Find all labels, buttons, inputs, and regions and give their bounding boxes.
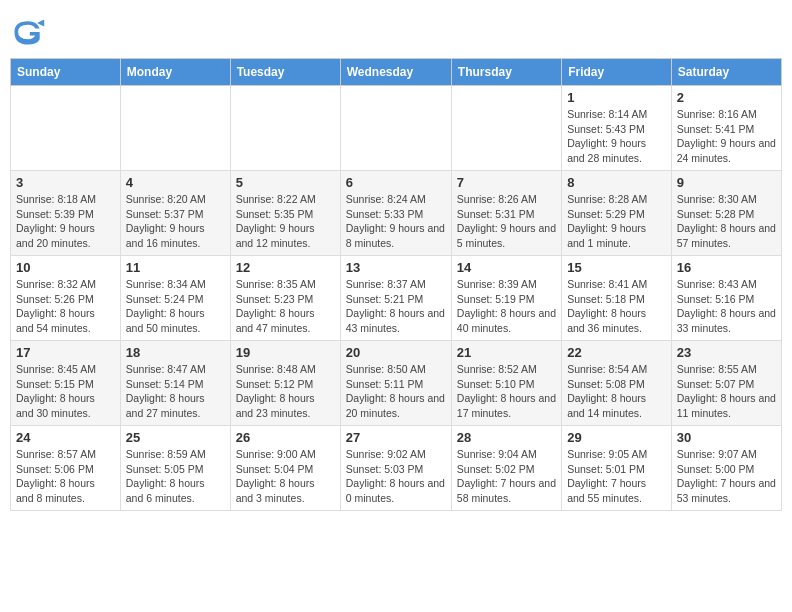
calendar-header-thursday: Thursday [451,59,561,86]
calendar-cell: 17Sunrise: 8:45 AMSunset: 5:15 PMDayligh… [11,341,121,426]
calendar-week-row: 24Sunrise: 8:57 AMSunset: 5:06 PMDayligh… [11,426,782,511]
calendar-cell: 8Sunrise: 8:28 AMSunset: 5:29 PMDaylight… [562,171,672,256]
day-number: 28 [457,430,556,445]
calendar-cell: 14Sunrise: 8:39 AMSunset: 5:19 PMDayligh… [451,256,561,341]
day-info: Sunrise: 8:59 AMSunset: 5:05 PMDaylight:… [126,447,225,506]
day-number: 20 [346,345,446,360]
calendar-cell: 11Sunrise: 8:34 AMSunset: 5:24 PMDayligh… [120,256,230,341]
day-number: 15 [567,260,666,275]
calendar-week-row: 3Sunrise: 8:18 AMSunset: 5:39 PMDaylight… [11,171,782,256]
calendar-cell: 21Sunrise: 8:52 AMSunset: 5:10 PMDayligh… [451,341,561,426]
day-number: 4 [126,175,225,190]
day-info: Sunrise: 8:14 AMSunset: 5:43 PMDaylight:… [567,107,666,166]
day-number: 3 [16,175,115,190]
day-number: 17 [16,345,115,360]
calendar-cell: 2Sunrise: 8:16 AMSunset: 5:41 PMDaylight… [671,86,781,171]
calendar-cell: 26Sunrise: 9:00 AMSunset: 5:04 PMDayligh… [230,426,340,511]
day-info: Sunrise: 8:55 AMSunset: 5:07 PMDaylight:… [677,362,776,421]
calendar-body: 1Sunrise: 8:14 AMSunset: 5:43 PMDaylight… [11,86,782,511]
calendar-cell: 24Sunrise: 8:57 AMSunset: 5:06 PMDayligh… [11,426,121,511]
calendar-cell: 22Sunrise: 8:54 AMSunset: 5:08 PMDayligh… [562,341,672,426]
day-info: Sunrise: 8:32 AMSunset: 5:26 PMDaylight:… [16,277,115,336]
day-info: Sunrise: 8:22 AMSunset: 5:35 PMDaylight:… [236,192,335,251]
calendar-cell [451,86,561,171]
day-info: Sunrise: 8:41 AMSunset: 5:18 PMDaylight:… [567,277,666,336]
calendar-header-row: SundayMondayTuesdayWednesdayThursdayFrid… [11,59,782,86]
calendar-cell [340,86,451,171]
day-info: Sunrise: 8:28 AMSunset: 5:29 PMDaylight:… [567,192,666,251]
calendar-cell: 15Sunrise: 8:41 AMSunset: 5:18 PMDayligh… [562,256,672,341]
calendar-header-friday: Friday [562,59,672,86]
calendar-cell: 28Sunrise: 9:04 AMSunset: 5:02 PMDayligh… [451,426,561,511]
day-number: 24 [16,430,115,445]
day-info: Sunrise: 8:50 AMSunset: 5:11 PMDaylight:… [346,362,446,421]
calendar-header-saturday: Saturday [671,59,781,86]
day-info: Sunrise: 9:00 AMSunset: 5:04 PMDaylight:… [236,447,335,506]
calendar-header-wednesday: Wednesday [340,59,451,86]
day-info: Sunrise: 8:24 AMSunset: 5:33 PMDaylight:… [346,192,446,251]
day-info: Sunrise: 8:18 AMSunset: 5:39 PMDaylight:… [16,192,115,251]
day-number: 13 [346,260,446,275]
day-number: 8 [567,175,666,190]
calendar-cell: 23Sunrise: 8:55 AMSunset: 5:07 PMDayligh… [671,341,781,426]
day-info: Sunrise: 8:48 AMSunset: 5:12 PMDaylight:… [236,362,335,421]
page-header [10,10,782,50]
day-number: 30 [677,430,776,445]
day-info: Sunrise: 8:16 AMSunset: 5:41 PMDaylight:… [677,107,776,166]
day-number: 26 [236,430,335,445]
calendar-cell: 6Sunrise: 8:24 AMSunset: 5:33 PMDaylight… [340,171,451,256]
day-number: 7 [457,175,556,190]
calendar-cell: 12Sunrise: 8:35 AMSunset: 5:23 PMDayligh… [230,256,340,341]
day-number: 25 [126,430,225,445]
calendar-week-row: 10Sunrise: 8:32 AMSunset: 5:26 PMDayligh… [11,256,782,341]
calendar-header-sunday: Sunday [11,59,121,86]
logo [10,14,50,50]
day-number: 2 [677,90,776,105]
calendar-header-monday: Monday [120,59,230,86]
calendar-cell: 9Sunrise: 8:30 AMSunset: 5:28 PMDaylight… [671,171,781,256]
logo-icon [10,14,46,50]
day-number: 18 [126,345,225,360]
day-info: Sunrise: 8:20 AMSunset: 5:37 PMDaylight:… [126,192,225,251]
calendar-cell: 19Sunrise: 8:48 AMSunset: 5:12 PMDayligh… [230,341,340,426]
day-info: Sunrise: 8:37 AMSunset: 5:21 PMDaylight:… [346,277,446,336]
calendar-cell [11,86,121,171]
calendar-cell: 30Sunrise: 9:07 AMSunset: 5:00 PMDayligh… [671,426,781,511]
day-number: 29 [567,430,666,445]
day-info: Sunrise: 8:57 AMSunset: 5:06 PMDaylight:… [16,447,115,506]
day-number: 11 [126,260,225,275]
calendar-cell [120,86,230,171]
day-info: Sunrise: 8:30 AMSunset: 5:28 PMDaylight:… [677,192,776,251]
day-number: 21 [457,345,556,360]
calendar-cell: 18Sunrise: 8:47 AMSunset: 5:14 PMDayligh… [120,341,230,426]
day-number: 1 [567,90,666,105]
day-number: 6 [346,175,446,190]
day-info: Sunrise: 8:39 AMSunset: 5:19 PMDaylight:… [457,277,556,336]
calendar-cell: 5Sunrise: 8:22 AMSunset: 5:35 PMDaylight… [230,171,340,256]
calendar-week-row: 17Sunrise: 8:45 AMSunset: 5:15 PMDayligh… [11,341,782,426]
day-number: 10 [16,260,115,275]
calendar-cell [230,86,340,171]
day-number: 9 [677,175,776,190]
day-number: 22 [567,345,666,360]
day-info: Sunrise: 8:26 AMSunset: 5:31 PMDaylight:… [457,192,556,251]
calendar-cell: 7Sunrise: 8:26 AMSunset: 5:31 PMDaylight… [451,171,561,256]
calendar-cell: 3Sunrise: 8:18 AMSunset: 5:39 PMDaylight… [11,171,121,256]
calendar-cell: 20Sunrise: 8:50 AMSunset: 5:11 PMDayligh… [340,341,451,426]
day-info: Sunrise: 9:07 AMSunset: 5:00 PMDaylight:… [677,447,776,506]
calendar-table: SundayMondayTuesdayWednesdayThursdayFrid… [10,58,782,511]
calendar-cell: 13Sunrise: 8:37 AMSunset: 5:21 PMDayligh… [340,256,451,341]
calendar-week-row: 1Sunrise: 8:14 AMSunset: 5:43 PMDaylight… [11,86,782,171]
calendar-cell: 16Sunrise: 8:43 AMSunset: 5:16 PMDayligh… [671,256,781,341]
calendar-cell: 10Sunrise: 8:32 AMSunset: 5:26 PMDayligh… [11,256,121,341]
day-info: Sunrise: 8:45 AMSunset: 5:15 PMDaylight:… [16,362,115,421]
day-info: Sunrise: 8:43 AMSunset: 5:16 PMDaylight:… [677,277,776,336]
day-info: Sunrise: 8:54 AMSunset: 5:08 PMDaylight:… [567,362,666,421]
day-number: 14 [457,260,556,275]
day-info: Sunrise: 9:05 AMSunset: 5:01 PMDaylight:… [567,447,666,506]
calendar-cell: 1Sunrise: 8:14 AMSunset: 5:43 PMDaylight… [562,86,672,171]
calendar-header-tuesday: Tuesday [230,59,340,86]
calendar-cell: 25Sunrise: 8:59 AMSunset: 5:05 PMDayligh… [120,426,230,511]
day-number: 19 [236,345,335,360]
calendar-cell: 4Sunrise: 8:20 AMSunset: 5:37 PMDaylight… [120,171,230,256]
